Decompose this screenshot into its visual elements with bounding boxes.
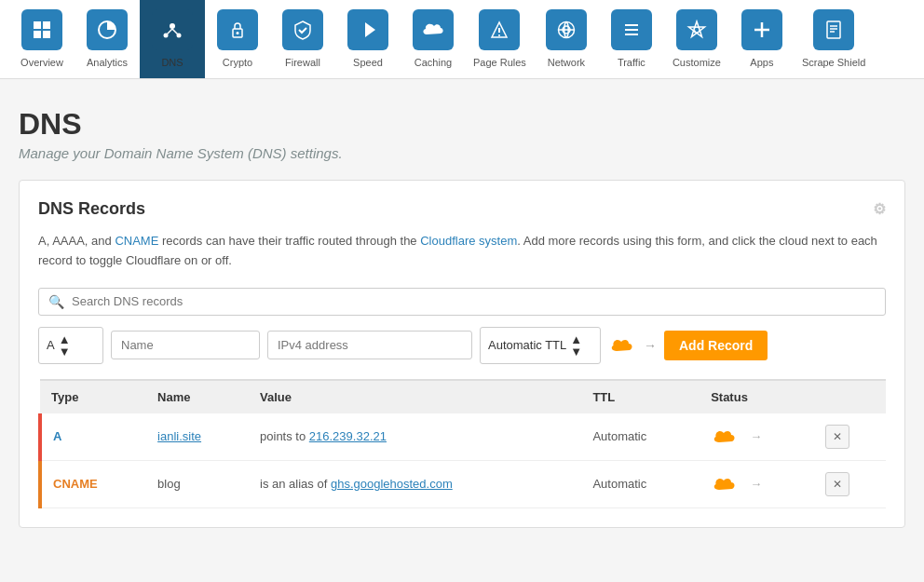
nav-item-dns[interactable]: DNS bbox=[140, 0, 205, 78]
nav-label-firewall: Firewall bbox=[285, 56, 320, 69]
search-row: 🔍 bbox=[38, 288, 886, 316]
cloud-icon-cname bbox=[711, 474, 746, 494]
nav-item-traffic[interactable]: Traffic bbox=[599, 0, 664, 78]
nav-item-speed[interactable]: Speed bbox=[335, 0, 401, 78]
apps-icon bbox=[741, 9, 782, 50]
col-value: Value bbox=[249, 380, 581, 413]
card-title: DNS Records ⚙ bbox=[38, 199, 886, 219]
nav-item-caching[interactable]: Caching bbox=[401, 0, 466, 78]
value-link[interactable]: ghs.googlehosted.com bbox=[331, 477, 453, 491]
network-icon bbox=[546, 9, 587, 50]
svg-rect-2 bbox=[34, 31, 41, 38]
traffic-icon bbox=[611, 9, 652, 50]
dns-records-table: Type Name Value TTL Status A ianli.site … bbox=[38, 379, 886, 508]
nav-item-analytics[interactable]: Analytics bbox=[75, 0, 140, 78]
nav-item-crypto[interactable]: Crypto bbox=[205, 0, 270, 78]
nav-item-scrape-shield[interactable]: Scrape Shield bbox=[795, 0, 874, 78]
nav-label-caching: Caching bbox=[414, 56, 452, 69]
value-link[interactable]: 216.239.32.21 bbox=[309, 429, 387, 443]
row-ttl: Automatic bbox=[581, 413, 700, 461]
cloudflare-link[interactable]: Cloudflare system bbox=[420, 234, 517, 248]
cloud-toggle-add[interactable]: → bbox=[608, 335, 657, 356]
add-record-button[interactable]: Add Record bbox=[664, 331, 768, 360]
add-record-row: A ▲ ▼ Automatic TTL ▲ ▼ → bbox=[38, 327, 886, 364]
type-select[interactable]: A ▲ ▼ bbox=[38, 327, 103, 364]
ttl-select[interactable]: Automatic TTL ▲ ▼ bbox=[480, 327, 601, 364]
svg-rect-25 bbox=[827, 21, 840, 38]
nav-label-crypto: Crypto bbox=[223, 56, 252, 69]
cname-link[interactable]: CNAME bbox=[115, 234, 158, 248]
table-row: A ianli.site points to 216.239.32.21 Aut… bbox=[40, 413, 886, 461]
row-type: A bbox=[40, 413, 146, 461]
nav-label-page-rules: Page Rules bbox=[473, 56, 526, 69]
page-title: DNS bbox=[19, 107, 905, 142]
value-prefix: points to bbox=[260, 429, 306, 443]
nav-label-network: Network bbox=[548, 56, 585, 69]
cloud-status-cname[interactable]: → bbox=[711, 474, 802, 494]
nav-label-analytics: Analytics bbox=[87, 56, 128, 69]
col-type: Type bbox=[40, 380, 146, 413]
svg-line-9 bbox=[172, 29, 179, 35]
svg-marker-12 bbox=[365, 22, 375, 37]
row-value: points to 216.239.32.21 bbox=[249, 413, 581, 461]
search-icon: 🔍 bbox=[48, 294, 64, 309]
cloud-svg-add bbox=[608, 335, 642, 356]
svg-point-11 bbox=[237, 32, 239, 34]
row-delete: ✕ bbox=[814, 460, 887, 508]
card-description: A, AAAA, and CNAME records can have thei… bbox=[38, 232, 886, 271]
value-input[interactable] bbox=[267, 331, 472, 359]
ttl-arrows: ▲ ▼ bbox=[570, 333, 582, 358]
nav-label-traffic: Traffic bbox=[618, 56, 645, 69]
svg-rect-3 bbox=[43, 31, 50, 38]
type-value: A bbox=[47, 338, 55, 352]
nav-item-network[interactable]: Network bbox=[534, 0, 599, 78]
nav-item-page-rules[interactable]: Page Rules bbox=[466, 0, 534, 78]
nav-item-firewall[interactable]: Firewall bbox=[270, 0, 335, 78]
overview-icon bbox=[21, 9, 62, 50]
settings-icon[interactable]: ⚙ bbox=[873, 200, 886, 218]
row-ttl: Automatic bbox=[581, 460, 700, 508]
top-navigation: Overview Analytics DNS Crypto Firewall S… bbox=[0, 0, 924, 79]
main-content: DNS Manage your Domain Name System (DNS)… bbox=[0, 79, 924, 547]
type-arrows: ▲ ▼ bbox=[59, 333, 71, 358]
col-actions bbox=[814, 380, 887, 413]
svg-rect-1 bbox=[43, 21, 50, 29]
customize-icon bbox=[676, 9, 717, 50]
nav-label-overview: Overview bbox=[20, 56, 63, 69]
svg-point-15 bbox=[498, 34, 500, 36]
row-type: CNAME bbox=[40, 460, 146, 508]
col-name: Name bbox=[146, 380, 249, 413]
table-header-row: Type Name Value TTL Status bbox=[40, 380, 886, 413]
search-input[interactable] bbox=[72, 294, 876, 308]
svg-point-5 bbox=[170, 23, 175, 29]
delete-button-a[interactable]: ✕ bbox=[825, 425, 849, 449]
cloud-status-a[interactable]: → bbox=[711, 426, 802, 447]
delete-button-cname[interactable]: ✕ bbox=[825, 472, 849, 496]
name-input[interactable] bbox=[111, 331, 260, 359]
row-status: → bbox=[700, 460, 813, 508]
proxy-arrow-cname: → bbox=[750, 477, 762, 491]
row-name: ianli.site bbox=[146, 413, 249, 461]
page-rules-icon bbox=[479, 9, 520, 50]
page-subtitle: Manage your Domain Name System (DNS) set… bbox=[19, 145, 905, 161]
nav-item-customize[interactable]: Customize bbox=[664, 0, 729, 78]
caching-icon bbox=[413, 9, 454, 50]
speed-icon bbox=[347, 9, 388, 50]
scrape-shield-icon bbox=[813, 9, 854, 50]
nav-label-dns: DNS bbox=[161, 56, 183, 69]
firewall-icon bbox=[282, 9, 323, 50]
row-value: is an alias of ghs.googlehosted.com bbox=[249, 460, 581, 508]
ttl-value: Automatic TTL bbox=[488, 338, 566, 352]
nav-label-speed: Speed bbox=[353, 56, 383, 69]
dns-icon bbox=[152, 9, 193, 50]
nav-item-apps[interactable]: Apps bbox=[729, 0, 795, 78]
row-status: → bbox=[700, 413, 813, 461]
svg-rect-0 bbox=[34, 21, 41, 29]
col-status: Status bbox=[700, 380, 813, 413]
nav-label-scrape-shield: Scrape Shield bbox=[802, 56, 866, 69]
proxy-arrow-add: → bbox=[644, 338, 657, 353]
nav-item-overview[interactable]: Overview bbox=[9, 0, 75, 78]
card-title-text: DNS Records bbox=[38, 199, 145, 219]
nav-label-apps: Apps bbox=[750, 56, 773, 69]
proxy-arrow-a: → bbox=[750, 429, 762, 443]
